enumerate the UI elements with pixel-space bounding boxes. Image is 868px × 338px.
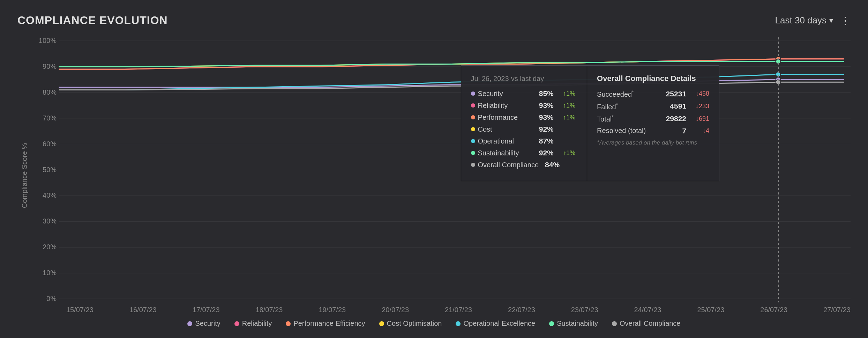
tooltip-metric-value: 84%	[542, 161, 560, 169]
legend-item: Reliability	[234, 319, 272, 328]
tooltip-date: Jul 26, 2023 vs last day	[471, 74, 577, 83]
legend-dot	[379, 321, 384, 326]
tooltip-metric-row: Reliability 93% ↑1%	[471, 101, 577, 110]
tooltip-metric-trend: ↑1%	[563, 102, 577, 109]
svg-text:20%: 20%	[43, 243, 57, 251]
date-selector-button[interactable]: Last 30 days ▾	[775, 15, 833, 26]
legend-dot	[286, 321, 291, 326]
detail-trend: ↓233	[688, 103, 709, 110]
tooltip-metric-value: 93%	[536, 101, 554, 110]
svg-text:60%: 60%	[43, 140, 57, 148]
legend-dot	[187, 321, 192, 326]
legend-item: Performance Efficiency	[286, 319, 365, 328]
tooltip-metrics: Security 85% ↑1% Reliability 93% ↑1% Per…	[471, 89, 577, 169]
tooltip-metric-name: Sustainability	[471, 149, 527, 157]
legend-dot	[234, 321, 239, 326]
tooltip-metric-name: Performance	[471, 113, 527, 122]
tooltip-vs-label: vs last day	[511, 75, 544, 82]
chart-area: Compliance Score % 100%90%80%70%60%50%40…	[17, 37, 851, 328]
x-axis: 15/07/2316/07/2317/07/2318/07/2319/07/23…	[38, 302, 851, 314]
legend-item: Operational Excellence	[456, 319, 535, 328]
detail-rows: Succeeded* 25231 ↓458 Failed* 4591 ↓233 …	[597, 89, 709, 135]
detail-value: 7	[662, 127, 686, 135]
legend-label: Performance Efficiency	[293, 319, 365, 328]
tooltip-metric-name: Cost	[471, 125, 527, 133]
tooltip-metric-row: Operational 87%	[471, 137, 577, 145]
svg-text:30%: 30%	[43, 217, 57, 225]
x-axis-label: 20/07/23	[382, 306, 409, 314]
x-axis-label: 26/07/23	[760, 306, 787, 314]
detail-note: *Averages based on the daily bot runs	[597, 139, 709, 146]
detail-value: 4591	[662, 102, 686, 110]
svg-text:70%: 70%	[43, 114, 57, 122]
header-right: Last 30 days ▾ ⋮	[775, 14, 851, 27]
x-axis-label: 17/07/23	[193, 306, 220, 314]
tooltip-metric-name: Reliability	[471, 102, 527, 110]
legend-label: Sustainability	[557, 319, 598, 328]
y-axis-label: Compliance Score %	[17, 37, 31, 314]
detail-label: Resolved (total)	[597, 127, 660, 135]
x-axis-label: 19/07/23	[319, 306, 346, 314]
dashboard: COMPLIANCE EVOLUTION Last 30 days ▾ ⋮ Co…	[0, 0, 868, 338]
legend: SecurityReliabilityPerformance Efficienc…	[17, 319, 851, 328]
svg-text:0%: 0%	[46, 295, 57, 302]
legend-label: Security	[195, 319, 220, 328]
svg-text:90%: 90%	[43, 63, 57, 70]
chart-svg: 100%90%80%70%60%50%40%30%20%10%0%	[38, 37, 851, 302]
tooltip-metric-value: 93%	[536, 113, 554, 122]
tooltip-metric-row: Overall Compliance 84%	[471, 161, 577, 169]
tooltip-dot	[471, 139, 475, 143]
chart-inner: 100%90%80%70%60%50%40%30%20%10%0% Jul 26…	[31, 37, 851, 314]
tooltip-metric-name: Security	[471, 90, 527, 98]
x-axis-label: 25/07/23	[697, 306, 724, 314]
detail-label: Failed*	[597, 102, 660, 111]
tooltip-right: Overall Compliance Details Succeeded* 25…	[587, 65, 719, 181]
dashed-line	[778, 37, 779, 302]
more-options-button[interactable]: ⋮	[840, 14, 851, 27]
detail-trend: ↓691	[688, 115, 709, 123]
x-axis-label: 27/07/23	[823, 306, 851, 314]
detail-label: Succeeded*	[597, 89, 660, 98]
detail-value: 25231	[662, 90, 686, 98]
chevron-down-icon: ▾	[829, 16, 833, 25]
x-axis-label: 24/07/23	[634, 306, 661, 314]
tooltip-metric-value: 85%	[536, 89, 554, 98]
tooltip-container: Jul 26, 2023 vs last day Security 85% ↑1…	[461, 65, 720, 181]
legend-dot	[549, 321, 554, 326]
tooltip-metric-trend: ↑1%	[563, 90, 577, 97]
tooltip-metric-row: Security 85% ↑1%	[471, 89, 577, 98]
tooltip-dot	[471, 151, 475, 155]
x-axis-label: 18/07/23	[256, 306, 283, 314]
legend-label: Operational Excellence	[463, 319, 535, 328]
grid-area: 100%90%80%70%60%50%40%30%20%10%0% Jul 26…	[38, 37, 851, 302]
overall-details-title: Overall Compliance Details	[597, 74, 709, 83]
tooltip-metric-trend: ↑1%	[563, 149, 577, 157]
tooltip-metric-name: Operational	[471, 137, 527, 145]
tooltip-dot	[471, 163, 475, 167]
detail-row: Failed* 4591 ↓233	[597, 102, 709, 111]
x-axis-label: 16/07/23	[129, 306, 157, 314]
tooltip-dot	[471, 115, 475, 119]
svg-text:80%: 80%	[43, 88, 57, 96]
detail-trend: ↓4	[688, 127, 709, 134]
tooltip-metric-row: Performance 93% ↑1%	[471, 113, 577, 122]
svg-text:10%: 10%	[43, 269, 57, 277]
detail-row: Resolved (total) 7 ↓4	[597, 127, 709, 135]
tooltip-dot	[471, 127, 475, 131]
legend-dot	[456, 321, 461, 326]
legend-label: Reliability	[242, 319, 272, 328]
tooltip-metric-value: 92%	[536, 149, 554, 157]
svg-text:50%: 50%	[43, 166, 57, 174]
x-axis-label: 15/07/23	[66, 306, 93, 314]
legend-item: Security	[187, 319, 220, 328]
x-axis-label: 22/07/23	[508, 306, 535, 314]
tooltip-metric-trend: ↑1%	[563, 114, 577, 121]
x-axis-label: 21/07/23	[445, 306, 472, 314]
tooltip-dot	[471, 91, 475, 96]
header: COMPLIANCE EVOLUTION Last 30 days ▾ ⋮	[17, 14, 851, 27]
tooltip-metric-value: 87%	[536, 137, 554, 145]
svg-text:40%: 40%	[43, 191, 57, 199]
legend-item: Sustainability	[549, 319, 598, 328]
chart-container: Compliance Score % 100%90%80%70%60%50%40…	[17, 37, 851, 314]
legend-label: Overall Compliance	[620, 319, 681, 328]
